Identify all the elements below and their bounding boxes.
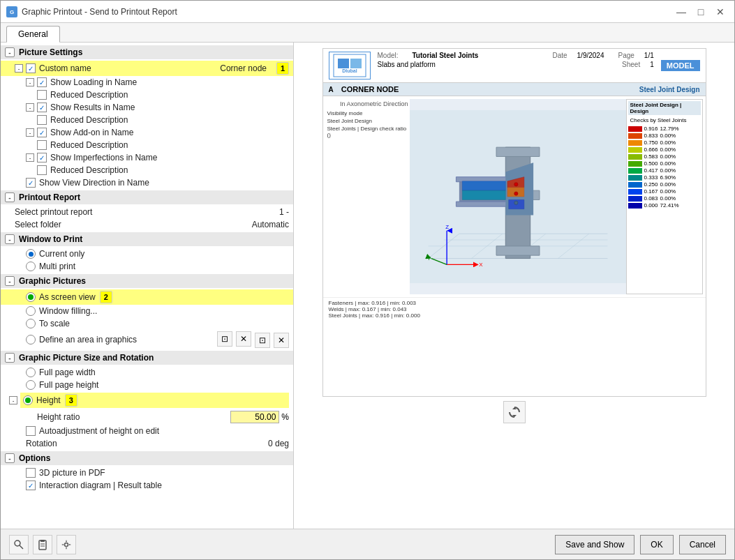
legend-percent: 0.00% — [660, 160, 676, 167]
legend-percent: 0.00% — [660, 146, 676, 153]
svg-text:G: G — [10, 9, 14, 15]
rotation-label: Rotation — [26, 439, 57, 448]
current-only-radio[interactable] — [26, 249, 36, 259]
close-button[interactable]: ✕ — [712, 5, 729, 19]
legend-value: 0.750 — [644, 139, 658, 146]
options-label: Options — [19, 453, 50, 463]
custom-name-checkbox[interactable] — [26, 63, 36, 73]
legend-percent: 72.41% — [660, 202, 679, 209]
select-folder-row: Select folder Automatic — [1, 218, 293, 231]
refresh-button[interactable] — [503, 401, 526, 423]
graphic-size-header[interactable]: - Graphic Picture Size and Rotation — [1, 351, 293, 365]
expand-icon-2[interactable]: - — [26, 78, 34, 86]
interaction-diagram-checkbox[interactable] — [26, 480, 36, 490]
legend-percent: 0.00% — [660, 139, 676, 146]
minimize-button[interactable]: — — [673, 5, 690, 19]
show-loading-checkbox[interactable] — [37, 77, 47, 87]
current-only-row: Current only — [1, 248, 293, 260]
reduced-desc-4-row: Reduced Description — [1, 164, 293, 176]
svg-marker-27 — [462, 190, 505, 199]
clipboard-footer-button[interactable] — [33, 535, 52, 554]
tool-btn-4[interactable]: ✕ — [274, 333, 289, 348]
tool-btn-2[interactable]: ✕ — [236, 331, 251, 347]
preview-graphic: In Axonometric Direction Visibility mode… — [323, 96, 706, 297]
define-area-radio[interactable] — [26, 335, 36, 345]
bottom-bar: Save and Show OK Cancel — [1, 529, 734, 559]
addon-info: Steel Joint Design — [327, 118, 408, 124]
reduced-desc-3-checkbox[interactable] — [37, 140, 47, 150]
maximize-button[interactable]: □ — [692, 5, 709, 19]
reduced-desc-4-checkbox[interactable] — [37, 165, 47, 175]
pdf-3d-checkbox[interactable] — [26, 468, 36, 478]
legend-color-swatch — [628, 203, 642, 209]
full-page-width-radio[interactable] — [26, 368, 36, 377]
save-and-show-button[interactable]: Save and Show — [555, 535, 634, 554]
sheet-value: 1 — [650, 61, 654, 68]
height-ratio-input[interactable] — [230, 411, 279, 423]
svg-text:Dlubal: Dlubal — [342, 68, 357, 73]
settings-footer-button[interactable] — [57, 535, 76, 554]
preview-left-info: In Axonometric Direction Visibility mode… — [326, 99, 410, 294]
legend-color-swatch — [628, 168, 642, 174]
show-loading-label: Show Loading in Name — [50, 77, 137, 87]
legend-value: 0.833 — [644, 133, 658, 139]
expand-icon-3[interactable]: - — [26, 103, 34, 112]
legend-value: 0.916 — [644, 126, 658, 132]
printout-report-header[interactable]: - Printout Report — [1, 190, 293, 204]
legend-color-swatch — [628, 189, 642, 195]
show-view-direction-checkbox[interactable] — [26, 178, 36, 188]
tab-general[interactable]: General — [6, 26, 60, 43]
full-page-width-label: Full page width — [39, 368, 96, 377]
reduced-desc-3-label: Reduced Description — [50, 140, 128, 150]
expand-icon-5[interactable]: - — [26, 153, 34, 162]
show-addon-row: - Show Add-on in Name — [1, 126, 293, 139]
ok-button[interactable]: OK — [640, 535, 673, 554]
legend-item: 0.666 0.00% — [628, 146, 701, 153]
full-page-height-label: Full page height — [39, 380, 98, 390]
picture-settings-header[interactable]: - Picture Settings — [1, 45, 293, 59]
cancel-button[interactable]: Cancel — [679, 535, 726, 554]
show-view-direction-label: Show View Direction in Name — [39, 178, 149, 188]
svg-line-38 — [20, 545, 23, 549]
graphic-pictures-header[interactable]: - Graphic Pictures — [1, 274, 293, 288]
full-page-height-radio[interactable] — [26, 380, 36, 390]
rotation-value: 0 deg — [268, 439, 289, 448]
svg-point-35 — [514, 192, 517, 195]
svg-text:Z: Z — [445, 224, 449, 230]
as-screen-view-radio[interactable] — [26, 292, 36, 302]
height-radio[interactable] — [23, 395, 33, 405]
show-addon-checkbox[interactable] — [37, 128, 47, 137]
multi-print-radio[interactable] — [26, 262, 36, 271]
height-expand[interactable]: - — [9, 396, 17, 404]
autoadjustment-row: Autoadjustment of height on edit — [1, 425, 293, 437]
reduced-desc-4-label: Reduced Description — [50, 165, 128, 175]
reduced-desc-1-checkbox[interactable] — [37, 90, 47, 100]
tool-btn-3[interactable]: ⊡ — [255, 333, 270, 348]
model-value: Tutorial Steel Joints — [413, 52, 546, 59]
search-footer-button[interactable] — [9, 535, 29, 554]
expand-icon[interactable]: - — [15, 64, 23, 73]
tool-btn-1[interactable]: ⊡ — [217, 331, 232, 347]
section-title: CORNER NODE — [341, 85, 399, 93]
legend-color-swatch — [628, 196, 642, 202]
legend-color-swatch — [628, 133, 642, 139]
view-mode: In Axonometric Direction — [327, 100, 408, 107]
legend-value: 0.583 — [644, 153, 658, 160]
autoadjustment-checkbox[interactable] — [26, 426, 36, 436]
reduced-desc-2-checkbox[interactable] — [37, 115, 47, 125]
options-header[interactable]: - Options — [1, 451, 293, 465]
show-imperfections-checkbox[interactable] — [37, 153, 47, 162]
legend-item: 0.333 6.90% — [628, 174, 701, 181]
show-results-checkbox[interactable] — [37, 103, 47, 112]
legend-title-1: Steel Joint Design | Design — [628, 101, 701, 115]
legend-item: 0.167 0.00% — [628, 188, 701, 195]
legend-value: 0.500 — [644, 160, 658, 167]
expand-icon-4[interactable]: - — [26, 128, 34, 137]
window-filling-radio[interactable] — [26, 306, 36, 316]
svg-text:Y: Y — [426, 255, 431, 262]
to-scale-label: To scale — [39, 319, 70, 328]
to-scale-radio[interactable] — [26, 319, 36, 328]
svg-rect-3 — [338, 59, 349, 68]
define-area-label: Define an area in graphics — [39, 335, 137, 345]
window-to-print-header[interactable]: - Window to Print — [1, 232, 293, 246]
